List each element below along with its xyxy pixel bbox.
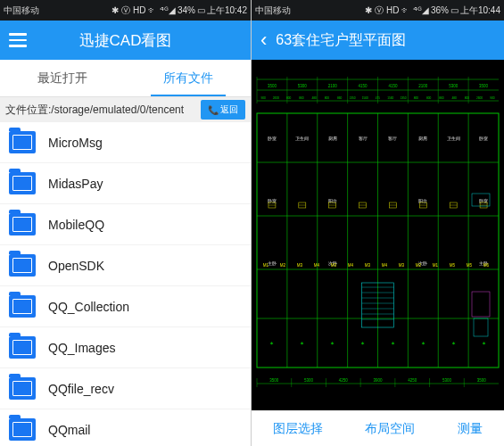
folder-icon — [9, 172, 36, 194]
svg-text:✶: ✶ — [330, 341, 335, 346]
layout-button[interactable]: 布局空间 — [365, 421, 415, 437]
svg-text:860: 860 — [439, 96, 444, 100]
folder-item[interactable]: QQfile_recv — [0, 368, 251, 409]
folder-icon — [9, 295, 36, 318]
status-right: ✱ ⓥ HD ᯤ ⁴ᴳ◢ 36% ▭ 上午10:44 — [365, 4, 500, 17]
svg-text:2100: 2100 — [328, 84, 338, 88]
svg-text:5300: 5300 — [304, 378, 314, 383]
svg-text:M3: M3 — [399, 263, 405, 268]
cad-viewport[interactable]: 3500530021004150415021005300350090026008… — [252, 60, 504, 410]
svg-text:4250: 4250 — [339, 378, 349, 383]
svg-text:3500: 3500 — [479, 84, 489, 88]
cad-drawing: 3500530021004150415021005300350090026008… — [252, 60, 504, 410]
folder-icon — [9, 254, 36, 277]
status-right: ✱ ⓥ HD ᯤ ⁴ᴳ◢ 34% ▭ 上午10:42 — [112, 4, 247, 17]
back-button[interactable]: 📞 返回 — [201, 100, 245, 120]
svg-text:4150: 4150 — [359, 84, 368, 88]
svg-text:860: 860 — [337, 96, 343, 100]
folder-name: QQ_Images — [48, 341, 115, 355]
svg-text:3500: 3500 — [269, 378, 279, 383]
svg-text:900: 900 — [490, 96, 495, 100]
svg-text:860: 860 — [299, 96, 304, 100]
svg-text:800: 800 — [325, 96, 330, 100]
svg-text:客厅: 客厅 — [359, 136, 368, 141]
folder-name: MidasPay — [48, 177, 103, 191]
time-label: 上午10:42 — [207, 4, 247, 17]
svg-rect-128 — [472, 292, 490, 317]
svg-text:✶: ✶ — [421, 341, 426, 346]
menu-icon[interactable] — [9, 33, 27, 47]
svg-text:M3: M3 — [365, 263, 371, 268]
svg-text:M6: M6 — [483, 263, 490, 268]
svg-text:4250: 4250 — [408, 378, 417, 383]
svg-text:M4: M4 — [348, 263, 354, 268]
svg-text:客厅: 客厅 — [388, 136, 397, 141]
status-icons: ✱ ⓥ HD ᯤ ⁴ᴳ◢ — [365, 4, 429, 17]
tab-all-files[interactable]: 所有文件 — [126, 60, 252, 96]
svg-text:2100: 2100 — [418, 84, 428, 88]
status-bar: 中国移动 ✱ ⓥ HD ᯤ ⁴ᴳ◢ 34% ▭ 上午10:42 — [0, 0, 251, 21]
svg-text:800: 800 — [465, 96, 470, 100]
svg-text:卫生间: 卫生间 — [295, 136, 309, 141]
cad-viewer-screen: 中国移动 ✱ ⓥ HD ᯤ ⁴ᴳ◢ 36% ▭ 上午10:44 ‹ 63套住宅户… — [252, 0, 504, 446]
folder-item[interactable]: MidasPay — [0, 163, 251, 204]
svg-text:4150: 4150 — [388, 84, 398, 88]
folder-item[interactable]: MobileQQ — [0, 204, 251, 245]
svg-text:1560: 1560 — [362, 96, 368, 100]
svg-text:✶: ✶ — [482, 341, 486, 346]
measure-button[interactable]: 测量 — [458, 421, 483, 437]
chevron-left-icon[interactable]: ‹ — [260, 30, 267, 50]
svg-text:1350: 1350 — [400, 96, 406, 100]
svg-text:M4: M4 — [314, 263, 320, 268]
svg-text:480: 480 — [451, 96, 457, 100]
status-icons: ✱ ⓥ HD ᯤ ⁴ᴳ◢ — [112, 4, 176, 17]
path-bar: 文件位置:/storage/emulated/0/tencent 📞 返回 — [0, 97, 251, 122]
bottom-toolbar: 图层选择 布局空间 测量 — [252, 410, 504, 446]
svg-text:卧室: 卧室 — [479, 136, 488, 141]
svg-text:800: 800 — [426, 96, 432, 100]
svg-text:860: 860 — [414, 96, 419, 100]
viewer-title: 63套住宅户型平面图 — [276, 31, 406, 50]
viewer-header: ‹ 63套住宅户型平面图 — [252, 21, 504, 60]
folder-item[interactable]: MicroMsg — [0, 122, 251, 163]
folder-item[interactable]: OpenSDK — [0, 245, 251, 286]
folder-name: MobileQQ — [48, 218, 104, 232]
svg-text:M1: M1 — [433, 263, 439, 268]
path-text: 文件位置:/storage/emulated/0/tencent — [5, 103, 184, 118]
tabs: 最近打开 所有文件 — [0, 60, 251, 97]
layer-button[interactable]: 图层选择 — [273, 421, 323, 437]
svg-text:900: 900 — [260, 96, 266, 100]
carrier-label: 中国移动 — [255, 4, 291, 17]
svg-text:厨房: 厨房 — [328, 136, 337, 141]
carrier-label: 中国移动 — [4, 4, 39, 17]
svg-text:2600: 2600 — [476, 96, 483, 100]
app-title: 迅捷CAD看图 — [79, 30, 172, 51]
svg-text:M5: M5 — [467, 263, 473, 268]
svg-text:卫生间: 卫生间 — [447, 136, 460, 141]
svg-text:M2: M2 — [416, 263, 422, 268]
svg-text:✶: ✶ — [300, 341, 304, 346]
svg-text:3900: 3900 — [373, 378, 383, 383]
svg-text:M1: M1 — [263, 263, 269, 268]
battery-label: 34% — [178, 5, 195, 15]
svg-text:5300: 5300 — [298, 84, 308, 88]
folder-list[interactable]: MicroMsgMidasPayMobileQQOpenSDKQQ_Collec… — [0, 122, 251, 446]
svg-text:✶: ✶ — [360, 341, 365, 346]
svg-text:800: 800 — [286, 96, 292, 100]
svg-text:5300: 5300 — [442, 378, 452, 383]
phone-icon: 📞 — [208, 105, 219, 115]
app-header: 迅捷CAD看图 — [0, 21, 251, 60]
svg-text:1350: 1350 — [349, 96, 355, 100]
folder-icon — [9, 418, 36, 441]
tab-recent[interactable]: 最近打开 — [0, 60, 126, 96]
folder-name: MicroMsg — [48, 136, 103, 150]
svg-text:3500: 3500 — [268, 84, 277, 88]
folder-item[interactable]: QQ_Images — [0, 327, 251, 368]
folder-item[interactable]: QQ_Collection — [0, 286, 251, 327]
folder-item[interactable]: QQmail — [0, 409, 251, 446]
folder-name: QQmail — [48, 423, 90, 437]
svg-text:厨房: 厨房 — [418, 136, 427, 141]
svg-rect-129 — [474, 318, 488, 336]
svg-text:5300: 5300 — [449, 84, 459, 88]
svg-text:M3: M3 — [331, 263, 337, 268]
